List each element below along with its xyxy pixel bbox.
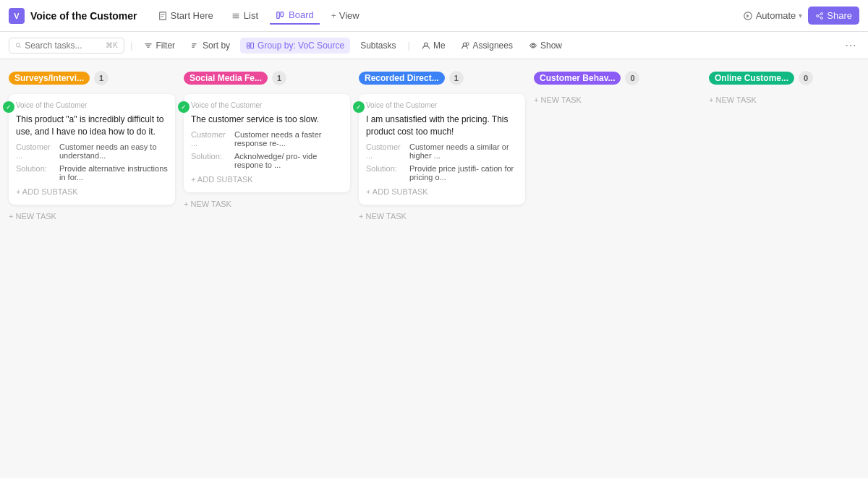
card-title: I am unsatisfied with the pricing. This … bbox=[366, 114, 518, 138]
search-input[interactable] bbox=[25, 40, 103, 51]
card-row-value: Customer needs a faster response re-... bbox=[234, 130, 343, 148]
svg-point-14 bbox=[16, 43, 20, 46]
card-check: ✓ bbox=[3, 101, 14, 113]
svg-rect-23 bbox=[247, 46, 250, 48]
svg-point-9 bbox=[821, 12, 823, 14]
board-icon bbox=[276, 10, 286, 20]
card-row-label: Customer ... bbox=[191, 130, 229, 148]
share-icon bbox=[815, 12, 824, 20]
toolbar-sep1: | bbox=[130, 40, 132, 51]
assignees-button[interactable]: Assignees bbox=[456, 38, 519, 54]
share-button[interactable]: Share bbox=[808, 7, 859, 25]
me-button[interactable]: Me bbox=[416, 38, 451, 54]
col-count-social: 1 bbox=[272, 71, 286, 85]
card-row-value: Provide price justifi- cation for pricin… bbox=[409, 164, 518, 182]
group-icon bbox=[246, 41, 255, 50]
column-surveys: Surveys/Intervi...1✓Voice of the Custome… bbox=[9, 68, 175, 222]
start-here-nav[interactable]: Start Here bbox=[152, 7, 219, 24]
card-row: Solution:Acknolwedge/ pro- vide respone … bbox=[191, 152, 343, 169]
card-meta: Voice of the Customer bbox=[366, 101, 518, 109]
subtasks-button[interactable]: Subtasks bbox=[354, 38, 401, 54]
svg-rect-0 bbox=[159, 12, 166, 20]
filter-icon bbox=[144, 41, 153, 50]
svg-line-13 bbox=[819, 16, 821, 17]
add-subtask-button[interactable]: + ADD SUBTASK bbox=[366, 186, 518, 197]
sort-icon bbox=[191, 41, 200, 50]
automate-icon bbox=[743, 11, 753, 21]
show-icon bbox=[529, 41, 537, 50]
svg-line-12 bbox=[819, 14, 821, 15]
card-row-value: Customer needs a similar or higher ... bbox=[409, 142, 518, 160]
column-customer-beh: Customer Behav...0+ NEW TASK bbox=[534, 68, 700, 106]
svg-point-25 bbox=[425, 43, 428, 46]
automate-button[interactable]: Automate ▾ bbox=[743, 10, 803, 21]
card-row: Customer ...Customer needs an easy to un… bbox=[16, 142, 168, 160]
card-row-label: Solution: bbox=[191, 152, 229, 169]
toolbar-sep2: | bbox=[408, 40, 410, 51]
card-meta: Voice of the Customer bbox=[191, 101, 343, 109]
col-count-recorded: 1 bbox=[449, 71, 464, 85]
col-badge-customer-beh: Customer Behav... bbox=[534, 72, 621, 85]
card-title: This product "a" is incredibly difficult… bbox=[16, 114, 168, 138]
col-header-customer-beh: Customer Behav...0 bbox=[534, 68, 700, 88]
svg-point-11 bbox=[821, 17, 823, 19]
group-by-button[interactable]: Group by: VoC Source bbox=[240, 38, 350, 54]
card[interactable]: ✓Voice of the CustomerThe customer servi… bbox=[184, 94, 350, 192]
doc-icon bbox=[158, 11, 168, 21]
svg-rect-22 bbox=[247, 43, 250, 46]
more-options-button[interactable]: ⋯ bbox=[842, 38, 859, 52]
new-task-button[interactable]: + NEW TASK bbox=[184, 198, 350, 210]
col-count-customer-beh: 0 bbox=[625, 71, 639, 85]
toolbar: ⌘K | Filter Sort by Group by: VoC Source… bbox=[0, 32, 868, 59]
svg-rect-24 bbox=[251, 43, 254, 48]
app-title: Voice of the Customer bbox=[30, 10, 137, 22]
new-task-button[interactable]: + NEW TASK bbox=[534, 94, 700, 106]
card-row-value: Customer needs an easy to understand... bbox=[59, 142, 168, 160]
new-task-button[interactable]: + NEW TASK bbox=[9, 210, 175, 222]
card[interactable]: ✓Voice of the CustomerThis product "a" i… bbox=[9, 94, 175, 205]
column-recorded: Recorded Direct...1✓Voice of the Custome… bbox=[359, 68, 525, 222]
column-online: Online Custome...0+ NEW TASK bbox=[709, 68, 868, 106]
col-count-surveys: 1 bbox=[94, 71, 109, 85]
sort-by-button[interactable]: Sort by bbox=[185, 38, 236, 54]
card-check: ✓ bbox=[178, 101, 190, 113]
list-nav[interactable]: List bbox=[225, 7, 264, 24]
col-header-online: Online Custome...0 bbox=[709, 68, 868, 88]
card-row-label: Customer ... bbox=[366, 142, 404, 160]
column-social: Social Media Fe...1✓Voice of the Custome… bbox=[184, 68, 350, 210]
view-nav[interactable]: + View bbox=[326, 7, 365, 24]
col-count-online: 0 bbox=[799, 71, 813, 85]
card-row-label: Solution: bbox=[16, 164, 54, 182]
card-check: ✓ bbox=[353, 101, 365, 113]
card-meta: Voice of the Customer bbox=[16, 101, 168, 109]
card[interactable]: ✓Voice of the CustomerI am unsatisfied w… bbox=[359, 94, 525, 205]
list-icon bbox=[231, 11, 241, 21]
col-header-social: Social Media Fe...1 bbox=[184, 68, 350, 88]
svg-rect-7 bbox=[281, 12, 284, 16]
card-row-value: Acknolwedge/ pro- vide respone to ... bbox=[234, 152, 343, 169]
col-header-recorded: Recorded Direct...1 bbox=[359, 68, 525, 88]
new-task-button[interactable]: + NEW TASK bbox=[709, 94, 868, 106]
col-badge-social: Social Media Fe... bbox=[184, 72, 268, 85]
show-button[interactable]: Show bbox=[523, 38, 568, 54]
board: Surveys/Intervi...1✓Voice of the Custome… bbox=[0, 59, 868, 478]
card-row: Solution:Provide alternative instruction… bbox=[16, 164, 168, 182]
card-row: Solution:Provide price justifi- cation f… bbox=[366, 164, 518, 182]
card-row-label: Solution: bbox=[366, 164, 404, 182]
col-badge-surveys: Surveys/Intervi... bbox=[9, 72, 90, 85]
svg-line-15 bbox=[20, 46, 21, 48]
top-nav: V Voice of the Customer Start Here List … bbox=[0, 0, 868, 32]
search-icon bbox=[15, 41, 22, 50]
card-row: Customer ...Customer needs a similar or … bbox=[366, 142, 518, 160]
search-box[interactable]: ⌘K bbox=[9, 38, 124, 54]
filter-button[interactable]: Filter bbox=[138, 38, 181, 54]
new-task-button[interactable]: + NEW TASK bbox=[359, 210, 525, 222]
automate-chevron: ▾ bbox=[799, 12, 802, 20]
me-icon bbox=[422, 41, 430, 50]
add-subtask-button[interactable]: + ADD SUBTASK bbox=[16, 186, 168, 197]
svg-rect-6 bbox=[277, 12, 280, 18]
board-nav[interactable]: Board bbox=[270, 7, 320, 25]
card-title: The customer service is too slow. bbox=[191, 114, 343, 126]
col-badge-recorded: Recorded Direct... bbox=[359, 72, 445, 85]
add-subtask-button[interactable]: + ADD SUBTASK bbox=[191, 174, 343, 185]
